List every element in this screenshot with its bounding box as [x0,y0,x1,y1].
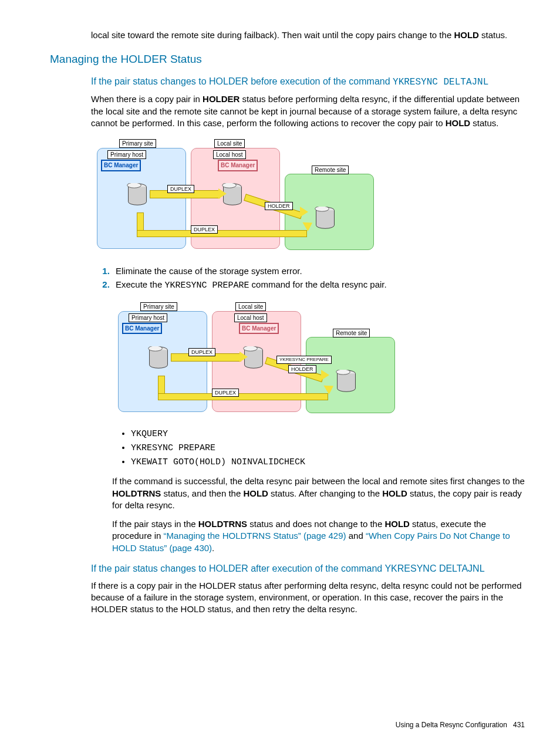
text: If the pair status changes to HOLDER bef… [91,76,393,86]
duplex-label: DUPLEX [167,185,194,193]
arrow [137,230,307,237]
remote-site-label: Remote site [312,166,349,174]
text: local site toward the remote site during… [91,30,454,40]
bc-manager-label-local: BC Manager [218,160,258,171]
text: status. [470,118,498,128]
bc-manager-label-primary: BC Manager [122,323,162,335]
svg-point-7 [149,346,163,351]
holder-label: HOLDER [288,365,316,373]
storage-icon [147,346,170,370]
svg-point-1 [127,183,141,188]
local-host-label: Local host [234,313,267,322]
bold: HOLD [446,118,471,128]
arrow-head-icon [218,188,227,199]
remote-site-label: Remote site [333,329,370,337]
bc-manager-label-primary: BC Manager [101,160,141,171]
heading-after-execution: If the pair status changes to HOLDER aft… [91,562,525,575]
ykresync-prepare-label: YKRESYNC PREPARE [276,356,332,364]
duplex-label: DUPLEX [188,348,215,356]
heading-before-execution: If the pair status changes to HOLDER bef… [91,75,525,89]
paragraph: If the command is successful, the delta … [112,475,525,511]
text: Execute the [116,279,164,289]
text: When there is a copy pair in [91,94,203,104]
svg-point-9 [244,346,258,351]
duplex-label-2: DUPLEX [191,225,218,234]
cmd-text: YKRESYNC DELTAJNL [393,77,488,87]
cmd: YKRESYNC PREPARE [164,281,249,291]
svg-point-5 [315,207,329,211]
storage-icon [335,370,357,393]
text: . [212,543,214,553]
primary-site-label: Primary site [119,139,156,148]
local-host-label: Local host [213,150,246,159]
cmd-ykresync-prepare: YKRESYNC PREPARE [131,443,525,454]
text: status. After changing to the [268,488,382,498]
primary-host-label: Primary host [107,150,146,159]
storage-icon [314,207,336,230]
storage-icon [126,183,149,207]
duplex-label-2: DUPLEX [212,389,239,397]
text: and [346,531,366,541]
arrow [158,393,328,400]
text: status and does not change to the [247,519,384,529]
hold-bold: HOLD [454,30,479,40]
holder-label: HOLDER [265,202,293,210]
text: command for the delta resync pair. [249,279,386,289]
diagram-before: Primary site Primary host BC Manager Loc… [91,137,373,255]
paragraph: If there is a copy pair in the HOLDER st… [91,580,525,616]
step-2: Execute the YKRESYNC PREPARE command for… [112,279,525,292]
svg-point-11 [336,370,350,374]
bold: HOLD [384,519,410,529]
local-site-label: Local site [214,139,245,148]
text: Eliminate the cause of the storage syste… [116,266,302,276]
link-holdtrns[interactable]: “Managing the HOLDTRNS Status” (page 429… [164,531,346,541]
bold: HOLDTRNS [198,519,247,529]
bc-manager-label-local: BC Manager [239,323,279,335]
heading-managing-holder: Managing the HOLDER Status [50,52,525,67]
bold: HOLD [243,488,268,498]
arrow-head-icon [300,207,308,217]
bold: HOLDTRNS [112,488,161,498]
paragraph: When there is a copy pair in HOLDER stat… [91,93,525,129]
primary-site-label: Primary site [140,302,177,311]
text: If the command is successful, the delta … [112,476,525,486]
intro-paragraph: local site toward the remote site during… [91,29,525,41]
text: If the pair stays in the [112,519,198,529]
local-site-label: Local site [235,302,266,311]
paragraph: If the pair stays in the HOLDTRNS status… [112,518,525,554]
svg-point-3 [222,183,237,188]
cmd-ykewait: YKEWAIT GOTO(HOLD) NOINVALIDCHECK [131,457,525,468]
arrow-head-icon [239,352,248,362]
command-list: YKQUERY YKRESYNC PREPARE YKEWAIT GOTO(HO… [114,428,525,469]
step-1: Eliminate the cause of the storage syste… [112,265,525,277]
text: status, and then the [161,488,243,498]
text: status. [479,30,507,40]
bold: HOLDER [203,94,239,104]
diagram-after-prepare: Primary site Primary host BC Manager Loc… [112,301,394,418]
arrow-head-icon [321,370,329,380]
cmd-ykquery: YKQUERY [131,428,525,440]
primary-host-label: Primary host [129,313,167,322]
steps-list: Eliminate the cause of the storage syste… [91,265,525,292]
bold: HOLD [382,488,407,498]
